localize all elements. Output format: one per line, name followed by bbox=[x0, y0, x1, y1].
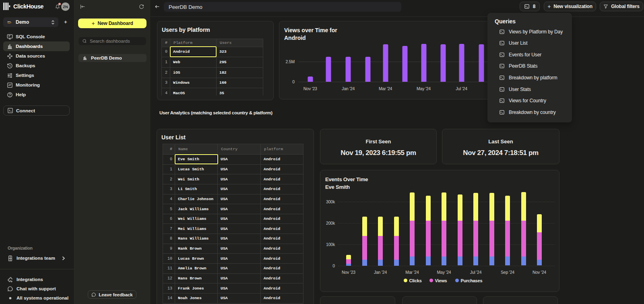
svg-text:aws: aws bbox=[7, 21, 11, 23]
